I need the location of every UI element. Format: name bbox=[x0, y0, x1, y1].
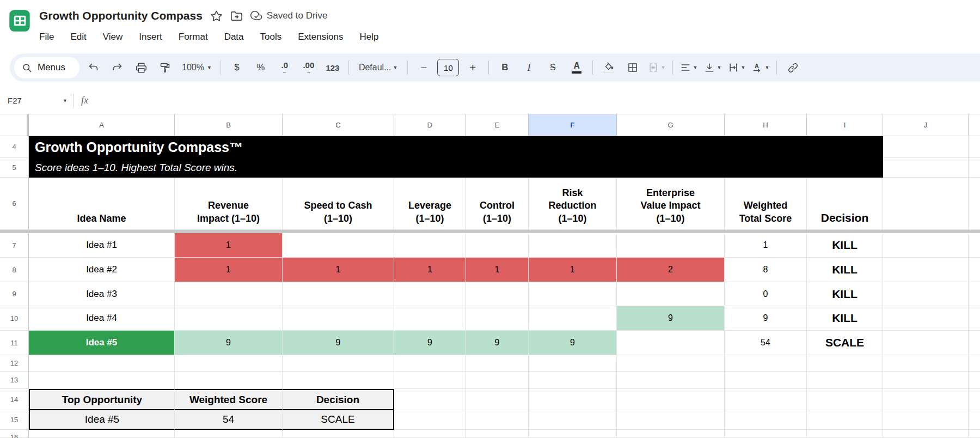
cell[interactable] bbox=[29, 355, 175, 372]
sheets-logo-icon[interactable] bbox=[8, 9, 32, 33]
name-box[interactable]: F27 ▼ bbox=[8, 96, 68, 105]
cell[interactable] bbox=[883, 306, 969, 331]
select-all-corner[interactable] bbox=[0, 114, 29, 136]
cell[interactable] bbox=[175, 430, 283, 438]
cell-weighted-total[interactable]: 0 bbox=[725, 282, 807, 306]
col-header-K-sliver[interactable] bbox=[969, 114, 980, 136]
row-header-14[interactable]: 14 bbox=[0, 389, 29, 410]
cell[interactable] bbox=[617, 430, 725, 438]
merge-cells-button[interactable]: ▼ bbox=[646, 57, 667, 78]
cell[interactable] bbox=[529, 306, 617, 331]
doc-title[interactable]: Growth Opportunity Compass bbox=[39, 9, 203, 22]
cell-decision[interactable]: KILL bbox=[807, 282, 883, 306]
row-header-12[interactable]: 12 bbox=[0, 355, 29, 372]
menu-tools[interactable]: Tools bbox=[260, 32, 282, 42]
fill-color-button[interactable] bbox=[598, 57, 619, 78]
cell-score[interactable]: 1 bbox=[394, 258, 466, 282]
cell[interactable] bbox=[969, 233, 980, 258]
cell-summary-decision[interactable]: SCALE bbox=[283, 410, 394, 430]
cell-banner-subtitle[interactable]: Score ideas 1–10. Highest Total Score wi… bbox=[29, 158, 883, 178]
cell[interactable] bbox=[807, 372, 883, 389]
cell[interactable] bbox=[969, 430, 980, 438]
row-header-15[interactable]: 15 bbox=[0, 410, 29, 430]
cell-score[interactable]: 1 bbox=[529, 258, 617, 282]
cell-header-idea-name[interactable]: Idea Name bbox=[29, 178, 175, 230]
decrease-font-size-button[interactable]: − bbox=[413, 57, 434, 78]
row-header-11[interactable]: 11 bbox=[0, 331, 29, 355]
number-format-button[interactable]: 123 bbox=[322, 57, 343, 78]
row-header-10[interactable]: 10 bbox=[0, 306, 29, 331]
cell[interactable] bbox=[29, 372, 175, 389]
row-header-6[interactable]: 6 bbox=[0, 178, 29, 230]
menu-format[interactable]: Format bbox=[179, 32, 208, 42]
cell[interactable] bbox=[725, 355, 807, 372]
cell[interactable] bbox=[617, 233, 725, 258]
cell[interactable] bbox=[466, 355, 529, 372]
col-header-J[interactable]: J bbox=[883, 114, 969, 136]
font-size-input[interactable]: 10 bbox=[437, 59, 459, 76]
cell[interactable] bbox=[807, 389, 883, 410]
cell[interactable] bbox=[529, 355, 617, 372]
cell-summary-score[interactable]: 54 bbox=[175, 410, 283, 430]
cell[interactable] bbox=[175, 282, 283, 306]
cell[interactable] bbox=[529, 430, 617, 438]
menu-extensions[interactable]: Extensions bbox=[298, 32, 343, 42]
cell-header-decision[interactable]: Decision bbox=[807, 178, 883, 230]
cell[interactable] bbox=[883, 136, 969, 158]
cell[interactable] bbox=[969, 372, 980, 389]
cell-idea-name-winner[interactable]: Idea #5 bbox=[29, 331, 175, 355]
cell[interactable] bbox=[466, 372, 529, 389]
cell-header-risk-reduction[interactable]: Risk Reduction (1–10) bbox=[529, 178, 617, 230]
cell-score[interactable]: 1 bbox=[175, 258, 283, 282]
cell-weighted-total[interactable]: 1 bbox=[725, 233, 807, 258]
cell[interactable] bbox=[883, 158, 969, 178]
cell[interactable] bbox=[175, 355, 283, 372]
cell[interactable] bbox=[617, 331, 725, 355]
cell[interactable] bbox=[883, 389, 969, 410]
cell-idea-name[interactable]: Idea #1 bbox=[29, 233, 175, 258]
cell[interactable] bbox=[725, 372, 807, 389]
cell[interactable] bbox=[969, 136, 980, 158]
cell[interactable] bbox=[394, 430, 466, 438]
cell[interactable] bbox=[394, 355, 466, 372]
format-percent-button[interactable]: % bbox=[250, 57, 271, 78]
cell-idea-name[interactable]: Idea #2 bbox=[29, 258, 175, 282]
cell-weighted-total[interactable]: 9 bbox=[725, 306, 807, 331]
cell[interactable] bbox=[883, 430, 969, 438]
cell-score[interactable]: 9 bbox=[529, 331, 617, 355]
col-header-A[interactable]: A bbox=[29, 114, 175, 136]
cell[interactable] bbox=[466, 389, 529, 410]
cell[interactable] bbox=[883, 410, 969, 430]
cell[interactable] bbox=[466, 233, 529, 258]
cell[interactable] bbox=[283, 372, 394, 389]
cell[interactable] bbox=[394, 372, 466, 389]
cell-score[interactable]: 9 bbox=[175, 331, 283, 355]
italic-button[interactable]: I bbox=[518, 57, 539, 78]
cell-score[interactable]: 1 bbox=[466, 258, 529, 282]
cell-score[interactable]: 2 bbox=[617, 258, 725, 282]
cell[interactable] bbox=[969, 389, 980, 410]
cell[interactable] bbox=[466, 306, 529, 331]
cell-summary-header-opportunity[interactable]: Top Opportunity bbox=[29, 389, 175, 410]
cell[interactable] bbox=[283, 355, 394, 372]
col-header-D[interactable]: D bbox=[394, 114, 466, 136]
text-color-button[interactable]: A bbox=[566, 57, 587, 78]
cell[interactable] bbox=[529, 389, 617, 410]
cell[interactable] bbox=[969, 410, 980, 430]
cell-score[interactable]: 9 bbox=[283, 331, 394, 355]
cell[interactable] bbox=[529, 372, 617, 389]
cell[interactable] bbox=[883, 258, 969, 282]
cell-weighted-total[interactable]: 54 bbox=[725, 331, 807, 355]
undo-button[interactable] bbox=[83, 57, 103, 78]
row-header-5[interactable]: 5 bbox=[0, 158, 29, 178]
cell[interactable] bbox=[394, 233, 466, 258]
text-rotation-button[interactable]: A ▼ bbox=[750, 57, 771, 78]
cell[interactable] bbox=[883, 331, 969, 355]
print-button[interactable] bbox=[131, 57, 151, 78]
cell-summary-header-score[interactable]: Weighted Score bbox=[175, 389, 283, 410]
cell-score[interactable]: 9 bbox=[617, 306, 725, 331]
cell[interactable] bbox=[175, 372, 283, 389]
cell[interactable] bbox=[394, 389, 466, 410]
col-header-I[interactable]: I bbox=[807, 114, 883, 136]
cell[interactable] bbox=[283, 306, 394, 331]
